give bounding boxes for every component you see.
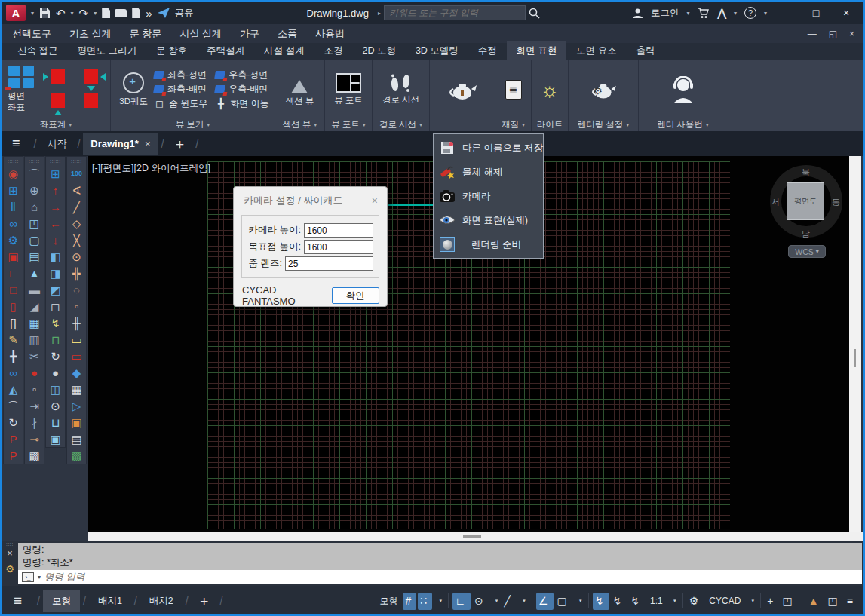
dim-circle-icon[interactable]: ⊙ [68,248,86,265]
new-layout-button[interactable]: ＋ [192,592,217,610]
orbit-button[interactable]: 3D궤도 [116,72,151,107]
share-label[interactable]: 공유 [175,7,194,20]
iso-caret[interactable]: ▾ [517,593,528,610]
new-tab-button[interactable]: ＋ [167,135,192,153]
camera-doc-icon[interactable]: ▣ [68,414,86,431]
ribbon-tab[interactable]: 3D 모델링 [406,41,468,60]
workspace-caret[interactable]: ▾ [746,593,756,610]
box-3d-icon[interactable]: ◳ [26,215,44,231]
zoom-lens-input[interactable] [285,256,373,271]
command-history[interactable]: 명령:명령: *취소* [18,543,862,570]
view-right-back-button[interactable]: 우측-배면 [215,83,268,96]
iso-box-icon[interactable]: ◧ [47,248,65,265]
break-line-icon[interactable]: ∤ [26,414,44,431]
menu-item[interactable]: 선택도구 [12,27,51,41]
vertical-scrollbar[interactable] [849,156,861,532]
panel-label[interactable]: 뷰 보기▾ [111,118,275,131]
menu-item-visual-style[interactable]: 화면 표현(실제) [434,208,543,232]
panel-label[interactable]: 경로 시선▾ [373,118,429,131]
join-seg-icon[interactable]: ⊸ [26,431,44,447]
menu-item[interactable]: 시설 설계 [179,27,222,41]
sep-5[interactable] [760,593,761,608]
search-input[interactable] [384,5,526,20]
red-rect-icon[interactable]: □ [5,281,23,298]
doc-minimize-button[interactable]: — [808,29,817,39]
maximize-button[interactable]: □ [805,7,827,19]
dim-square-icon[interactable]: ▫ [68,298,86,314]
command-prompt-icon[interactable]: ›_ [22,572,34,582]
horizontal-scrollbar-thumb[interactable] [463,535,481,538]
close-button[interactable]: × [835,7,857,19]
tab-close-icon[interactable]: × [145,138,151,149]
move-left-view-icon[interactable]: ← [47,215,65,231]
red-path-icon[interactable]: ∟ [5,265,23,281]
annotation-scale-icon-icon[interactable]: ↯ [628,593,645,610]
zoom-window-button[interactable]: ◻줌 윈도우 [154,97,207,110]
ortho-mode-icon[interactable]: ∟ [452,593,471,610]
doc-restore-button[interactable]: ◱ [829,29,837,39]
ribbon-tab[interactable]: 주택설계 [197,41,254,60]
red-door-icon[interactable]: ▯ [5,298,23,314]
point-style-icon[interactable]: ◉ [5,165,23,182]
ribbon-tab[interactable]: 도면 요소 [566,41,626,60]
orbit-3d-icon[interactable]: ↻ [47,348,65,364]
tab-model[interactable]: 모형 [43,590,80,612]
settings-gear-icon[interactable]: ⚙ [687,593,704,610]
menu-item-save-as[interactable]: 다른 이름으로 저장 [434,136,543,160]
ribbon-tab[interactable]: 문 창호 [146,41,197,60]
target-height-input[interactable] [304,240,373,254]
tab-layout1[interactable]: 배치1 [89,590,131,612]
solid-stack-icon[interactable]: ▤ [26,248,44,265]
dim-diamond-icon[interactable]: ◇ [68,215,86,231]
dim-line-icon[interactable]: ╱ [68,198,86,215]
tab-layout2[interactable]: 배치2 [140,590,183,612]
material-button[interactable]: ≣ [502,80,525,100]
pyramid-icon[interactable]: ▲ [26,265,44,281]
menu-item[interactable]: 소품 [278,27,297,41]
slab-icon[interactable]: ▬ [26,281,44,298]
render-button[interactable] [443,77,481,103]
ribbon-tab[interactable]: 2D 도형 [352,41,405,60]
login-button[interactable]: 로그인 [651,7,679,20]
mirror-icon[interactable]: ◭ [5,381,23,397]
menu-item-explode[interactable]: 물체 해제 [434,160,543,184]
tab-drawing1[interactable]: Drawing1*× [83,133,158,155]
qat-more-chevron[interactable]: » [146,8,152,19]
isolate-objects-icon[interactable]: ◰ [781,593,798,610]
path-sight-button[interactable]: 경로 시선 [379,74,422,106]
coord-square-left[interactable] [51,69,65,84]
layout-menu-icon[interactable]: ≡ [2,593,34,609]
wmf-export-icon[interactable]: ▷ [68,397,86,414]
plan-view-icon[interactable]: ⊞ [47,165,65,182]
plot-icon[interactable] [102,8,110,18]
circle-center-icon[interactable]: ⊕ [26,182,44,198]
coord-square-right[interactable] [84,69,98,84]
command-input-placeholder[interactable]: 명령 입력 [44,571,84,584]
snap-caret[interactable]: ▾ [434,593,444,610]
redo-icon[interactable]: ↷ [79,8,89,19]
coord-square-top[interactable] [84,93,98,108]
crosshair-toggle-icon[interactable]: + [765,593,778,610]
title-caret[interactable]: ▸ [378,10,381,17]
annotation-visibility-icon[interactable]: ↯ [593,593,609,610]
dim-beam-icon[interactable]: ╫ [68,314,86,331]
wall-column-icon[interactable]: Ⅱ [5,198,23,215]
panel-label[interactable]: 뷰 포트▾ [325,118,372,131]
viewcube-east-label[interactable]: 동 [832,197,840,208]
toolbar-grip[interactable]: ∷∷∷ [71,158,81,165]
annotation-autoscale-icon[interactable]: ↯ [611,593,627,610]
app-menu-caret[interactable]: ▾ [31,10,34,17]
menu-item-camera[interactable]: 카메라 [434,184,543,208]
copy-icon[interactable]: ∞ [5,364,23,381]
dim-100-icon[interactable]: 100 [68,165,86,182]
view-right-front-button[interactable]: 우측-정면 [215,69,268,81]
erase-icon[interactable]: ✎ [5,331,23,348]
open-icon[interactable] [115,9,127,17]
ribbon-tab[interactable]: 조경 [314,41,352,60]
customization-menu-icon[interactable]: ≡ [845,593,858,610]
undo-icon[interactable]: ↶ [56,8,66,19]
extend-icon[interactable]: ⇥ [26,397,44,414]
panel-label[interactable]: 섹션 뷰▾ [275,118,324,131]
move-up-view-icon[interactable]: ↑ [47,182,65,198]
p-block-1-icon[interactable]: P [5,431,23,447]
